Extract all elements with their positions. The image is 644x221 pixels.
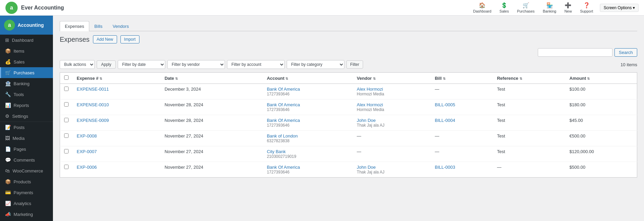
sidebar-item-analytics[interactable]: 📈 Analytics: [0, 198, 53, 209]
tab-expenses[interactable]: Expenses: [60, 21, 89, 31]
marketing-sidebar-icon: 📣: [5, 211, 11, 217]
row-checkbox[interactable]: [64, 149, 69, 153]
account-link[interactable]: City Bank: [267, 149, 286, 154]
row-checkbox-cell[interactable]: [60, 146, 73, 162]
vendor-link[interactable]: Alex Hormozi: [357, 102, 383, 107]
account-link[interactable]: Bank of London: [267, 133, 298, 139]
col-account[interactable]: Account⇅: [263, 73, 353, 84]
expense-num-link[interactable]: EXP-0006: [77, 165, 97, 170]
row-checkbox[interactable]: [64, 87, 69, 91]
filter-by-account-select[interactable]: Filter by account: [227, 60, 285, 69]
row-expense-num: EXPENSE-0010: [73, 99, 160, 115]
bill-link[interactable]: BILL-0003: [435, 165, 455, 170]
sidebar-item-media[interactable]: 🖼 Media: [0, 133, 53, 144]
vendor-link[interactable]: John Doe: [357, 118, 376, 123]
col-vendor[interactable]: Vendor⇅: [353, 73, 431, 84]
row-checkbox-cell[interactable]: [60, 131, 73, 146]
vendor-link[interactable]: John Doe: [357, 165, 376, 170]
row-checkbox[interactable]: [64, 118, 69, 122]
sidebar-item-settings[interactable]: ⚙ Settings: [0, 111, 53, 122]
sidebar-item-reports[interactable]: 📊 Reports: [0, 100, 53, 111]
sidebar-item-comments-label: Comments: [14, 158, 35, 163]
vendor-link[interactable]: Alex Hormozi: [357, 87, 383, 92]
sidebar-item-marketing[interactable]: 📣 Marketing: [0, 209, 53, 220]
tab-bills[interactable]: Bills: [89, 21, 108, 31]
sidebar-item-banking[interactable]: 🏦 Banking: [0, 78, 53, 89]
col-date[interactable]: Date⇅: [160, 73, 263, 84]
account-link[interactable]: Bank Of America: [267, 87, 300, 92]
sidebar-item-tools-label: Tools: [14, 92, 24, 97]
top-nav-support[interactable]: ❓ Support: [580, 2, 593, 13]
apply-button[interactable]: Apply: [97, 60, 116, 69]
sidebar-item-dashboard[interactable]: ⊞ Dashboard: [0, 35, 53, 45]
bill-link[interactable]: BILL-0004: [435, 118, 455, 123]
filter-by-vendor-select[interactable]: Filter by vendor: [167, 60, 225, 69]
row-reference: Test: [493, 131, 566, 146]
sidebar-item-tools[interactable]: 🔧 Tools: [0, 89, 53, 100]
filter-by-date-select[interactable]: Filter by date: [118, 60, 165, 69]
row-vendor: John Doe Thak Jaj ala AJ: [353, 162, 431, 178]
expense-num-link[interactable]: EXP-0008: [77, 133, 97, 139]
sidebar-item-pages[interactable]: 📄 Pages: [0, 144, 53, 154]
expense-num-link[interactable]: EXPENSE-0009: [77, 118, 109, 123]
row-checkbox[interactable]: [64, 165, 69, 169]
account-number: 1727393646: [267, 107, 348, 112]
account-link[interactable]: Bank Of America: [267, 118, 300, 123]
bill-link[interactable]: BILL-0005: [435, 102, 455, 107]
search-button[interactable]: Search: [614, 48, 637, 57]
select-all-checkbox[interactable]: [64, 75, 69, 80]
expense-num-link[interactable]: EXPENSE-0011: [77, 87, 109, 92]
screen-options-button[interactable]: Screen Options: [600, 4, 639, 12]
row-checkbox-cell[interactable]: [60, 84, 73, 99]
sidebar-item-purchases[interactable]: 🛒 Purchases: [0, 67, 53, 78]
sidebar-item-analytics-label: Analytics: [14, 201, 31, 206]
col-amount[interactable]: Amount⇅: [565, 73, 637, 84]
sidebar-item-items[interactable]: 📦 Items: [0, 45, 53, 56]
top-nav-new[interactable]: ➕ New: [564, 2, 572, 13]
expense-num-link[interactable]: EXPENSE-0010: [77, 102, 109, 107]
top-nav-sales[interactable]: 💲 Sales: [499, 2, 509, 13]
bulk-actions-select[interactable]: Bulk actions: [60, 60, 95, 69]
row-bill: —: [431, 146, 493, 162]
filter-button[interactable]: Filter: [346, 60, 363, 69]
row-checkbox-cell[interactable]: [60, 115, 73, 131]
col-bill[interactable]: Bill⇅: [431, 73, 493, 84]
account-link[interactable]: Bank Of America: [267, 165, 300, 170]
account-link[interactable]: Bank Of America: [267, 102, 300, 107]
select-all-header[interactable]: [60, 73, 73, 84]
search-input[interactable]: [538, 48, 612, 57]
row-checkbox[interactable]: [64, 133, 69, 138]
import-button[interactable]: Import: [120, 35, 139, 43]
filter-by-category-select[interactable]: Filter by category: [287, 60, 344, 69]
sidebar-item-products[interactable]: 📦 Products: [0, 176, 53, 187]
reports-sidebar-icon: 📊: [5, 103, 11, 108]
sidebar-item-products-label: Products: [14, 179, 31, 184]
col-reference[interactable]: Reference⇅: [493, 73, 566, 84]
expenses-table: Expense #⇅ Date⇅ Account⇅ Vendor⇅ Bill⇅ …: [60, 72, 637, 178]
top-nav-purchases[interactable]: 🛒 Purchases: [517, 2, 535, 13]
dashboard-top-icon: 🏠: [479, 2, 486, 8]
accounting-header: a Dashboard Accounting: [0, 16, 53, 35]
col-expense-num[interactable]: Expense #⇅: [73, 73, 160, 84]
row-checkbox-cell[interactable]: [60, 99, 73, 115]
pages-sidebar-icon: 📄: [5, 146, 11, 152]
row-checkbox-cell[interactable]: [60, 162, 73, 178]
add-new-button[interactable]: Add New: [93, 35, 117, 43]
top-nav-banking[interactable]: 🏪 Banking: [543, 2, 556, 13]
sidebar-item-sales[interactable]: 💰 Sales: [0, 56, 53, 67]
tab-vendors[interactable]: Vendors: [108, 21, 134, 31]
vendor-sub: Thak Jaj ala AJ: [357, 170, 427, 174]
app-logo: a: [5, 2, 18, 14]
top-nav-dashboard[interactable]: 🏠 Dashboard: [473, 2, 491, 13]
main-layout: a Dashboard Accounting ⊞ Dashboard 📦 Ite…: [0, 16, 644, 221]
expense-num-link[interactable]: EXP-0007: [77, 149, 97, 154]
app-title: Ever Accounting: [21, 5, 473, 11]
sidebar-item-pages-label: Pages: [14, 147, 26, 152]
sidebar-item-payments[interactable]: 💳 Payments: [0, 187, 53, 198]
sidebar-item-comments[interactable]: 💬 Comments: [0, 154, 53, 165]
row-checkbox[interactable]: [64, 102, 69, 107]
sidebar-item-posts[interactable]: 📝 Posts: [0, 122, 53, 133]
row-date: November 27, 2024: [160, 146, 263, 162]
row-expense-num: EXPENSE-0009: [73, 115, 160, 131]
sidebar-item-woocommerce[interactable]: 🛍 WooCommerce: [0, 165, 53, 176]
